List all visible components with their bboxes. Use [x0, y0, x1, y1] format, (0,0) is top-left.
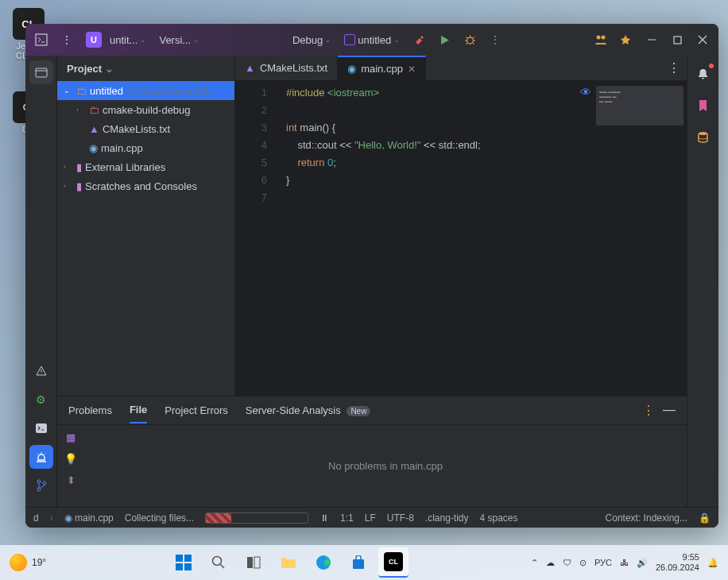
close-icon [698, 35, 707, 44]
warnings-tool-button[interactable] [29, 359, 53, 383]
problems-tab-project[interactable]: Project Errors [165, 398, 227, 423]
bookmark-icon [697, 99, 709, 112]
status-lock[interactable]: 🔒 [699, 512, 711, 524]
tree-scratches[interactable]: › ▮ Scratches and Consoles [57, 176, 234, 195]
app-icon[interactable] [30, 29, 52, 51]
vcs-tool-button[interactable] [29, 474, 53, 497]
start-button[interactable] [168, 547, 199, 578]
build-config-dropdown[interactable]: Debug ⌄ [288, 31, 336, 49]
code-with-me-button[interactable] [590, 29, 612, 51]
terminal-tool-button[interactable] [29, 416, 53, 440]
ai-assistant-button[interactable] [691, 94, 715, 118]
tab-cmake[interactable]: ▲ CMakeLists.txt [235, 56, 338, 80]
tree-root[interactable]: ⌄ 🗀 untitled C:\Users\testo\CL [57, 81, 234, 100]
taskbar-clion[interactable]: CL [378, 547, 409, 578]
problems-view-grid[interactable]: ▦ [66, 431, 76, 443]
tabs-menu-button[interactable]: ⋮ [661, 56, 687, 80]
run-config-icon [344, 34, 355, 45]
svg-point-13 [213, 557, 222, 566]
problems-tab-problems[interactable]: Problems [68, 398, 112, 423]
taskbar-store[interactable] [343, 547, 374, 578]
tray-security[interactable]: 🛡 [563, 558, 571, 567]
terminal-icon [35, 33, 48, 46]
status-indent[interactable]: 4 spaces [480, 512, 518, 524]
svg-rect-0 [36, 34, 47, 45]
tray-language[interactable]: РУС [594, 558, 612, 567]
problems-hide-button[interactable]: — [663, 403, 676, 418]
tray-chevron[interactable]: ⌃ [531, 558, 538, 568]
tray-volume[interactable]: 🔊 [637, 558, 648, 568]
problems-menu-button[interactable]: ⋮ [642, 403, 655, 418]
code-editor[interactable]: 1 2 3 4 5 6 7 #include <iostream> int ma… [235, 81, 687, 396]
tray-notifications[interactable]: 🔔 [707, 558, 718, 568]
tray-clock[interactable]: 9:55 26.09.2024 [656, 552, 699, 573]
database-button[interactable] [691, 126, 715, 149]
folder-icon [35, 66, 48, 79]
run-config-dropdown[interactable]: untitled ⌄ [339, 31, 405, 49]
tray-network[interactable]: 🖧 [620, 558, 629, 567]
inspection-eye-icon[interactable]: 👁 [580, 86, 591, 99]
library-icon: ▮ [76, 161, 82, 173]
tree-external-libs[interactable]: › ▮ External Libraries [57, 157, 234, 176]
hammer-icon [413, 34, 425, 46]
weather-widget[interactable]: 19° [10, 554, 46, 571]
siren-icon [35, 450, 48, 463]
search-button[interactable] [615, 29, 637, 51]
project-tool-button[interactable] [29, 60, 53, 84]
cpp-icon: ◉ [64, 512, 72, 524]
chevron-down-icon: ⌄ [325, 36, 331, 44]
run-button[interactable] [433, 29, 455, 51]
tray-network-icon2[interactable]: ⊙ [579, 558, 587, 568]
notifications-button[interactable] [691, 62, 715, 86]
taskbar-explorer[interactable] [273, 547, 304, 578]
task-view-button[interactable] [238, 547, 269, 578]
problems-sort[interactable]: ⬍ [67, 474, 76, 486]
expand-icon: › [76, 106, 86, 114]
build-button[interactable] [408, 29, 430, 51]
svg-rect-8 [36, 423, 47, 433]
bell-icon [697, 68, 709, 80]
folder-icon: 🗀 [76, 85, 87, 97]
project-panel: Project ⌄ ⌄ 🗀 untitled C:\Users\testo\CL… [57, 56, 235, 396]
project-panel-header[interactable]: Project ⌄ [57, 56, 234, 81]
problems-tab-server[interactable]: Server-Side Analysis New [246, 398, 371, 423]
project-dropdown[interactable]: untit... ⌄ [105, 31, 151, 49]
close-tab-icon[interactable]: ✕ [408, 64, 416, 75]
project-chip[interactable]: U [86, 32, 102, 48]
maximize-button[interactable] [666, 29, 688, 51]
status-line-ending[interactable]: LF [365, 512, 376, 524]
progress-bar[interactable] [205, 512, 308, 524]
problems-tool-button[interactable] [29, 445, 53, 469]
temperature-label: 19° [32, 557, 46, 568]
status-context[interactable]: Context: Indexing... [606, 512, 687, 524]
minimap[interactable]: ▬▬ ▬▬▬▬▬▬ ▬▬ ▬▬ [596, 86, 683, 126]
vcs-dropdown[interactable]: Versi... ⌄ [154, 31, 204, 49]
problems-hint[interactable]: 💡 [64, 453, 77, 465]
status-nav-file[interactable]: ◉ main.cpp [64, 512, 114, 524]
minimize-button[interactable] [641, 29, 663, 51]
svg-rect-16 [254, 557, 260, 568]
taskbar-edge[interactable] [308, 547, 339, 578]
tray-onedrive[interactable]: ☁ [546, 558, 555, 568]
tree-folder[interactable]: › 🗀 cmake-build-debug [57, 100, 234, 119]
status-encoding[interactable]: UTF-8 [387, 512, 414, 524]
debug-button[interactable] [459, 29, 481, 51]
problems-tab-file[interactable]: File [130, 397, 147, 423]
svg-point-12 [699, 132, 707, 135]
tree-file-cpp[interactable]: ◉ main.cpp [57, 138, 234, 157]
tree-file-cmake[interactable]: ▲ CMakeLists.txt [57, 119, 234, 138]
status-nav-root[interactable]: d [33, 512, 39, 524]
right-tool-rail [687, 56, 718, 507]
settings-tool-button[interactable]: ⚙ [29, 388, 53, 412]
status-pause[interactable]: ⏸ [319, 512, 329, 524]
close-button[interactable] [691, 29, 714, 51]
project-tree: ⌄ 🗀 untitled C:\Users\testo\CL › 🗀 cmake… [57, 81, 234, 195]
status-task[interactable]: Collecting files... [125, 512, 194, 524]
status-position[interactable]: 1:1 [340, 512, 354, 524]
search-icon [211, 555, 227, 570]
main-menu-button[interactable]: ⋮ [56, 29, 78, 51]
status-linter[interactable]: .clang-tidy [425, 512, 469, 524]
tab-main-cpp[interactable]: ◉ main.cpp ✕ [338, 56, 426, 80]
more-actions-button[interactable]: ⋮ [484, 29, 506, 51]
taskbar-search[interactable] [203, 547, 234, 578]
